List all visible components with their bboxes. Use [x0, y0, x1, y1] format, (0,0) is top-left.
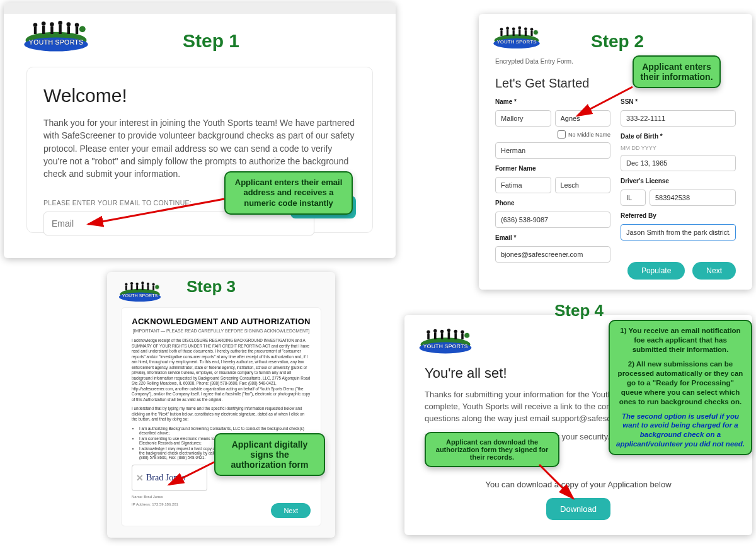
middle-name-input[interactable] — [555, 110, 611, 127]
auth-p1: I acknowledge receipt of the DISCLOSURE … — [132, 338, 311, 402]
former-last-input[interactable] — [555, 177, 611, 193]
ssn-label: SSN * — [621, 98, 736, 105]
step4-callout-b: 1) You receive an email notification foe… — [609, 320, 752, 455]
referred-input[interactable] — [621, 224, 736, 241]
no-middle-checkbox[interactable] — [558, 130, 566, 139]
signature-x-icon: ✕ — [136, 473, 144, 483]
dob-hint: MM DD YYYY — [621, 145, 736, 151]
auth-heading: ACKNOWLEDGMENT AND AUTHORIZATION — [132, 317, 311, 326]
step4-title: Step 4 — [554, 301, 604, 320]
step3-title: Step 3 — [186, 277, 236, 297]
last-name-input[interactable] — [495, 142, 610, 159]
dl-number-input[interactable] — [650, 190, 736, 206]
callout-b-line3: The second option is useful if you want … — [616, 412, 745, 450]
auth-subheading: [IMPORTANT — PLEASE READ CAREFULLY BEFOR… — [132, 329, 311, 333]
welcome-heading: Welcome! — [43, 85, 356, 106]
step3-callout: Applicant digitally signs the authorizat… — [214, 433, 325, 476]
dl-label: Driver's License — [621, 178, 736, 184]
signature-text: Brad Jones — [146, 473, 185, 483]
brand-logo — [417, 325, 474, 354]
next-button[interactable]: Next — [692, 262, 736, 280]
email-input[interactable] — [495, 246, 610, 263]
phone-label: Phone — [495, 200, 610, 207]
window-bar — [4, 3, 396, 14]
email-input[interactable] — [43, 212, 314, 235]
step3-panel: ACKNOWLEDGMENT AND AUTHORIZATION [IMPORT… — [107, 272, 335, 538]
first-name-input[interactable] — [495, 110, 551, 127]
step4-callout-a: Applicant can download the authorization… — [425, 432, 559, 467]
brand-logo — [117, 278, 163, 302]
phone-input[interactable] — [495, 212, 610, 228]
brand-logo — [21, 16, 91, 52]
populate-button[interactable]: Populate — [627, 262, 685, 280]
form-left-column: Name * No Middle Name Former Name Phone … — [495, 98, 610, 263]
referred-label: Referred By — [621, 212, 736, 219]
download-button[interactable]: Download — [546, 498, 610, 520]
callout-b-line1: 1) You receive an email notification foe… — [616, 326, 745, 354]
no-middle-wrap[interactable]: No Middle Name — [495, 130, 610, 139]
former-first-input[interactable] — [495, 177, 551, 193]
callout-b-line2: 2) All new submissions can be processed … — [616, 359, 745, 407]
brand-logo — [491, 23, 542, 49]
step1-callout: Applicant enters their email address and… — [224, 171, 353, 215]
download-label: You can download a copy of your Applicat… — [425, 480, 732, 489]
next-button[interactable]: Next — [271, 503, 311, 518]
auth-p2: I understand that by typing my name and … — [132, 406, 311, 422]
ssn-input[interactable] — [621, 110, 736, 127]
dob-label: Date of Birth * — [621, 133, 736, 140]
former-label: Former Name — [495, 165, 610, 172]
sig-meta-name: Name: Brad Jones — [132, 495, 311, 499]
signature-box[interactable]: ✕ Brad Jones — [132, 465, 207, 491]
name-label: Name * — [495, 98, 610, 105]
form-right-column: SSN * Date of Birth * MM DD YYYY Driver'… — [621, 98, 736, 263]
step2-callout: Applicant enters their information. — [633, 55, 721, 88]
email-label: Email * — [495, 234, 610, 241]
dob-input[interactable] — [621, 155, 736, 171]
dl-state-input[interactable] — [621, 190, 646, 206]
step1-title: Step 1 — [183, 30, 239, 52]
step2-title: Step 2 — [591, 31, 644, 52]
